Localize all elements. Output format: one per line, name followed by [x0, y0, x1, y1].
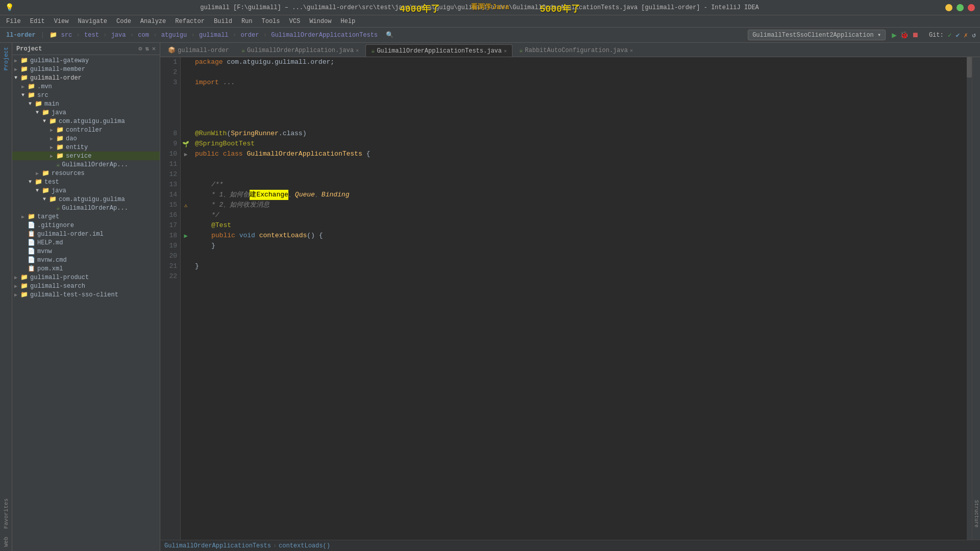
tree-main[interactable]: ▼ 📁 main — [12, 99, 160, 108]
menu-vcs[interactable]: VCS — [285, 17, 305, 26]
tab-close[interactable]: ✕ — [504, 48, 507, 54]
tab-gulimall-order-tests[interactable]: ☕ GulimallOrderApplicationTests.java ✕ — [365, 44, 512, 57]
git-check[interactable]: ✓ — [948, 31, 952, 39]
tree-gulimall-search[interactable]: ▶ 📁 gulimall-search — [12, 282, 160, 290]
tree-src[interactable]: ▼ 📁 src — [12, 91, 160, 99]
line-num-11: 11 — [163, 159, 177, 169]
expand-icon[interactable]: ▶ — [181, 149, 191, 159]
tree-test[interactable]: ▼ 📁 test — [12, 178, 160, 186]
code-editor[interactable]: 1 2 3 8 9 10 11 12 13 14 15 16 17 18 19 … — [160, 57, 980, 540]
line-num-1: 1 — [163, 57, 177, 67]
run-gutter-icon[interactable]: ▶ — [181, 231, 191, 241]
breadcrumb-class[interactable]: GulimallOrderApplicationTests — [164, 542, 271, 549]
menu-build[interactable]: Build — [210, 17, 236, 26]
stop-button[interactable]: ⏹ — [912, 31, 919, 39]
run-config-selector[interactable]: GulimallTestSsoClient2Application ▾ — [748, 30, 886, 40]
tree-mvnwcmd[interactable]: ▶ 📄 mvnw.cmd — [12, 256, 160, 264]
tree-helpmd[interactable]: ▶ 📄 HELP.md — [12, 238, 160, 247]
menu-edit[interactable]: Edit — [26, 17, 49, 26]
git-x[interactable]: ✗ — [964, 31, 968, 39]
left-tab-favorites[interactable]: Favorites — [2, 496, 10, 531]
tree-dao[interactable]: ▶ 📁 dao — [12, 134, 160, 143]
menu-code[interactable]: Code — [112, 17, 135, 26]
tree-gulimall-product[interactable]: ▶ 📁 gulimall-product — [12, 273, 160, 282]
debug-button[interactable]: 🐞 — [900, 31, 909, 39]
git-tick[interactable]: ✔ — [956, 31, 960, 39]
tree-mvnw[interactable]: ▶ 📄 mvnw — [12, 247, 160, 256]
tab-close[interactable]: ✕ — [630, 47, 633, 54]
scroll-thumb[interactable] — [967, 57, 972, 78]
tree-iml[interactable]: ▶ 📋 gulimall-order.iml — [12, 230, 160, 238]
git-section: Git: ✓ ✔ ✗ ↺ — [929, 31, 976, 39]
menu-run[interactable]: Run — [237, 17, 257, 26]
highlight-exchange: 建Exchange — [250, 190, 288, 200]
toolbar-gulimall[interactable]: gulimall — [197, 31, 231, 40]
line-num-19: 19 — [163, 241, 177, 251]
toolbar-test[interactable]: test — [82, 31, 101, 40]
git-refresh[interactable]: ↺ — [972, 31, 976, 39]
tab-rabbit-auto-config[interactable]: ☕ RabbitAutoConfiguration.java ✕ — [513, 44, 639, 57]
toolbar-src[interactable]: 📁 src — [47, 30, 74, 40]
project-back-btn[interactable]: ll-order — [4, 31, 38, 40]
minimize-button[interactable] — [945, 4, 952, 11]
menu-tools[interactable]: Tools — [258, 17, 284, 26]
tree-resources[interactable]: ▶ 📁 resources — [12, 169, 160, 178]
left-tab-project[interactable]: Project — [2, 45, 10, 72]
sidebar-close-icon[interactable]: ✕ — [152, 45, 156, 53]
left-tab-web[interactable]: Web — [2, 535, 10, 549]
tree-pomxml[interactable]: ▶ 📋 pom.xml — [12, 264, 160, 273]
tree-entity[interactable]: ▶ 📁 entity — [12, 143, 160, 152]
toolbar-com[interactable]: com — [136, 31, 151, 40]
tree-com-atguigu-gulima[interactable]: ▼ 📁 com.atguigu.gulima — [12, 117, 160, 126]
tree-gulimall-test-sso[interactable]: ▶ 📁 gulimall-test-sso-client — [12, 290, 160, 299]
menu-view[interactable]: View — [50, 17, 73, 26]
close-button[interactable] — [968, 4, 975, 11]
toolbar-atguigu[interactable]: atguigu — [159, 31, 189, 40]
sidebar-settings-icon[interactable]: ⚙ — [138, 45, 142, 53]
tree-mvn[interactable]: ▶ 📁 .mvn — [12, 82, 160, 91]
xml-file-icon: 📋 — [28, 265, 35, 272]
sidebar-expand-icon[interactable]: ⇅ — [145, 45, 149, 53]
menu-navigate[interactable]: Navigate — [74, 17, 111, 26]
tree-service[interactable]: ▶ 📁 service — [12, 152, 160, 160]
editor-area: 📦 gulimall-order ☕ GulimallOrderApplicat… — [160, 43, 980, 551]
tab-gulimall-order-application[interactable]: ☕ GulimallOrderApplication.java ✕ — [236, 44, 364, 57]
tree-test-java[interactable]: ▼ 📁 java — [12, 186, 160, 195]
menu-file[interactable]: File — [2, 17, 25, 26]
toolbar-java[interactable]: java — [109, 31, 128, 40]
menu-help[interactable]: Help — [336, 17, 359, 26]
line-num-20: 20 — [163, 251, 177, 261]
editor-scrollbar[interactable] — [967, 57, 972, 540]
folder-icon: 📁 — [28, 91, 35, 99]
menu-refactor[interactable]: Refactor — [171, 17, 209, 26]
minimap-panel: Structure — [972, 57, 980, 540]
toolbar-search-icon[interactable]: 🔍 — [384, 30, 396, 40]
tree-gulimall-member[interactable]: ▶ 📁 gulimall-member — [12, 65, 160, 73]
tab-close[interactable]: ✕ — [356, 47, 359, 54]
toolbar-order[interactable]: order — [238, 31, 261, 40]
tree-controller[interactable]: ▶ 📁 controller — [12, 126, 160, 134]
sep: › — [76, 31, 80, 39]
code-line-15: * 2、如何收发消息 — [195, 200, 963, 210]
tab-gulimall-order[interactable]: 📦 gulimall-order — [162, 44, 235, 57]
tree-gulimallorderapplication[interactable]: ▶ ☕ GulimallOrderAp... — [12, 160, 160, 169]
tree-gulimall-gateway[interactable]: ▶ 📁 gulimall-gateway — [12, 56, 160, 65]
tree-gitignore[interactable]: ▶ 📄 .gitignore — [12, 221, 160, 230]
code-text[interactable]: package com.atguigu.gulimall.order; impo… — [191, 57, 967, 540]
breadcrumb-method[interactable]: contextLoads() — [279, 542, 330, 549]
sidebar-header: Project ⚙ ⇅ ✕ — [12, 43, 160, 55]
tree-test-gulimallorderapplicationtests[interactable]: ▶ ☕ GulimallOrderAp... — [12, 204, 160, 212]
tree-target[interactable]: ▶ 📁 target — [12, 212, 160, 221]
toolbar-classname[interactable]: GulimallOrderApplicationTests — [269, 31, 380, 40]
breadcrumb-bar: GulimallOrderApplicationTests › contextL… — [160, 540, 980, 551]
structure-label[interactable]: Structure — [972, 498, 980, 530]
menu-analyze[interactable]: Analyze — [136, 17, 170, 26]
run-button[interactable]: ▶ — [892, 30, 897, 40]
tree-test-com-atguigu[interactable]: ▼ 📁 com.atguigu.gulima — [12, 195, 160, 204]
maximize-button[interactable] — [957, 4, 964, 11]
file-icon: 📄 — [28, 221, 35, 229]
tree-gulimall-order[interactable]: ▼ 📁 gulimall-order — [12, 73, 160, 82]
tree-main-java[interactable]: ▼ 📁 java — [12, 108, 160, 117]
menu-window[interactable]: Window — [305, 17, 335, 26]
code-line-2 — [195, 67, 963, 78]
